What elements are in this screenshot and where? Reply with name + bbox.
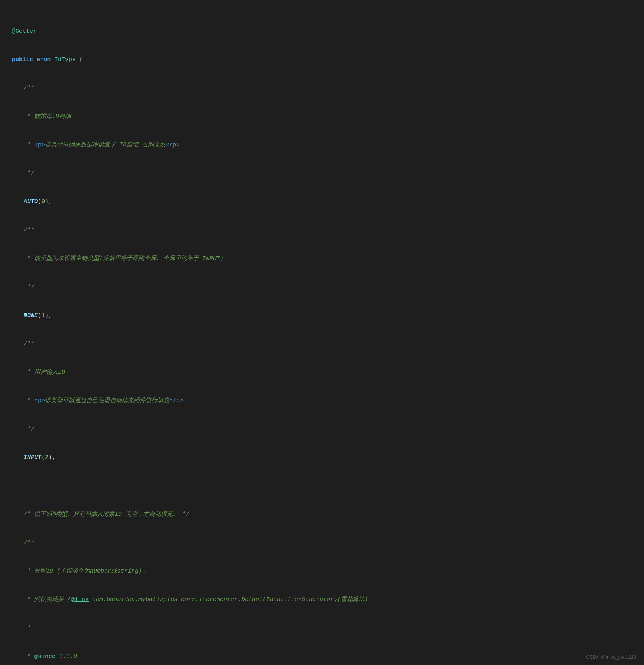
line-comment-input-html: * <p>该类型可以通过自己注册自动填充插件进行填充</p> [12, 396, 632, 406]
line-comment-none-close: */ [12, 283, 632, 292]
line-comment-none1: /** [12, 226, 632, 235]
line-comment-auto-html: * <p>该类型请确保数据库设置了 ID自增 否则无效</p> [12, 140, 632, 150]
line-comment-jdoc1: /** [12, 84, 632, 93]
watermark: CSDN @miss_you1213 [586, 654, 636, 661]
line-comment-assignid-empty: * [12, 624, 632, 633]
line-none-val: NONE(1), [12, 311, 632, 320]
code-block: @Getter public enum IdType { /** * 数据库ID… [12, 8, 632, 665]
line-comment-3types: /* 以下3种类型、只有当插入对象ID 为空，才自动填充。 */ [12, 510, 632, 519]
line-comment-none-desc: * 该类型为未设置主键类型(注解里等于跟随全局, 全局里约等于 INPUT) [12, 254, 632, 264]
line-auto-val: AUTO(0), [12, 197, 632, 207]
line-comment-input-desc1: * 用户输入ID [12, 368, 632, 377]
line-comment-assignid-link: * 默认实现类 {@link com.baomidou.mybatisplus.… [12, 595, 632, 605]
line-comment-input1: /** [12, 339, 632, 349]
line-input-val: INPUT(2), [12, 453, 632, 463]
line-enum-decl: public enum IdType { [12, 55, 632, 65]
line-comment-assignid-desc: * 分配ID (主键类型为number或string)， [12, 567, 632, 576]
line-blank1 [12, 481, 632, 491]
line-comment-assignid-since: * @since 3.3.0 [12, 652, 632, 661]
line-annotation-getter: @Getter [12, 27, 632, 36]
line-comment-auto-desc: * 数据库ID自增 [12, 112, 632, 122]
line-comment-assignid1: /** [12, 538, 632, 548]
line-comment-input-close: */ [12, 425, 632, 434]
line-comment-close1: */ [12, 169, 632, 178]
